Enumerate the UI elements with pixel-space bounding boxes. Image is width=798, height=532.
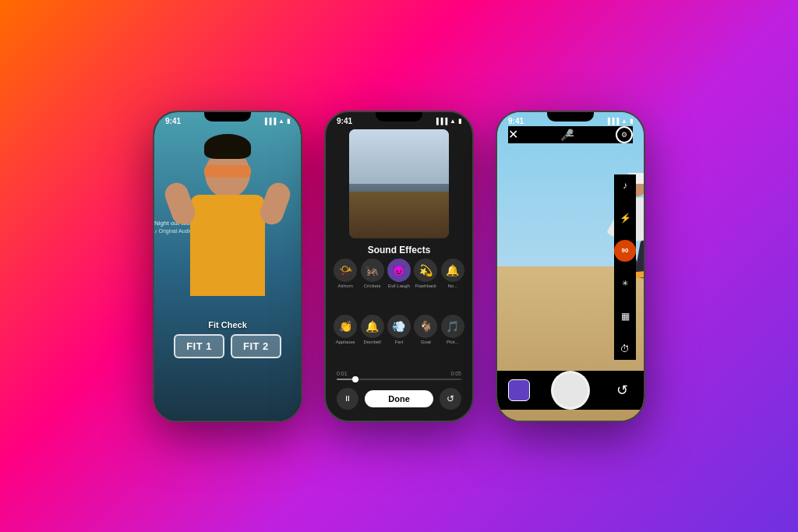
sound-effects-title: Sound Effects — [326, 245, 472, 255]
phones-container: 9:41 ▐▐▐ ▲ ▮ Reels ◎ ♡ 12k 💬 438 ↗ — [137, 79, 661, 453]
video-preview — [349, 129, 449, 238]
status-icons-phone2: ▐▐▐ ▲ ▮ — [434, 118, 461, 125]
video-sky — [349, 129, 449, 184]
time-phone3: 9:41 — [508, 117, 524, 125]
airhorn-label: Airhorn — [338, 284, 353, 288]
shutter-button[interactable] — [551, 371, 590, 410]
camera-top-controls: ✕ 🎤̶ ⚙ — [508, 126, 633, 143]
music-tool[interactable]: ♪ — [614, 174, 636, 196]
fit-check-overlay: Fit Check FIT 1 FIT 2 — [154, 320, 301, 358]
effect-doorbell[interactable]: 🔔 Doorbell — [360, 315, 383, 344]
flashback-label: Flashback — [415, 284, 436, 288]
applause-icon: 👏 — [334, 315, 357, 338]
time-phone2: 9:41 — [337, 117, 352, 125]
move-tool[interactable]: ✳ — [614, 273, 636, 294]
effect-applause[interactable]: 👏 Applause — [334, 315, 357, 344]
plot-icon: 🎵 — [441, 315, 464, 338]
signal-icon3: ▐▐▐ — [606, 118, 619, 125]
close-button[interactable]: ✕ — [508, 127, 518, 142]
effect-no[interactable]: 🔔 No... — [441, 259, 464, 288]
no-label: No... — [447, 284, 457, 288]
crickets-icon: 🦗 — [361, 259, 384, 282]
fit1-button[interactable]: FIT 1 — [174, 334, 224, 358]
notch-phone3 — [547, 112, 594, 122]
evil-laugh-label: Evil Laugh — [388, 284, 410, 288]
battery-icon3: ▮ — [630, 118, 633, 125]
sound-effects-grid-2: 👏 Applause 🔔 Doorbell 💨 Fart 🐐 Goat 🎵 Pl… — [334, 315, 464, 344]
fit-check-title: Fit Check — [208, 320, 247, 329]
flip-icon: ↺ — [616, 382, 628, 399]
plot-label: Plot... — [447, 340, 458, 344]
effect-fart[interactable]: 💨 Fart — [387, 315, 411, 344]
flash-tool[interactable]: ⚡ — [614, 207, 636, 229]
pause-button[interactable]: ⏸ — [337, 388, 358, 410]
audio-progress: 0:01 0:05 — [337, 371, 461, 380]
time-end: 0:05 — [450, 371, 461, 376]
effect-airhorn[interactable]: 📯 Airhorn — [334, 259, 357, 288]
sound-effects-grid-1: 📯 Airhorn 🦗 Crickets 😈 Evil Laugh 💫 Flas… — [334, 259, 464, 288]
time-start: 0:01 — [337, 371, 348, 376]
notch-phone2 — [376, 112, 422, 122]
speed-tool[interactable]: 90 — [614, 240, 636, 262]
grid-tool[interactable]: ▦ — [614, 305, 636, 327]
goat-label: Goat — [421, 340, 431, 344]
effect-goat[interactable]: 🐐 Goat — [414, 315, 437, 344]
settings-button[interactable]: ⚙ — [616, 126, 633, 143]
wifi-icon2: ▲ — [450, 118, 456, 125]
evil-laugh-icon: 😈 — [387, 259, 411, 282]
bottom-controls: ⏸ Done ↺ — [337, 388, 461, 410]
progress-bar[interactable] — [337, 379, 461, 380]
phone-sound-effects: 9:41 ▐▐▐ ▲ ▮ Sound Effects 📯 Airhorn 🦗 C… — [324, 111, 474, 422]
progress-times: 0:01 0:05 — [337, 371, 461, 376]
effect-flashback[interactable]: 💫 Flashback — [414, 259, 437, 288]
fit-buttons: FIT 1 FIT 2 — [174, 334, 281, 358]
flip-camera-button[interactable]: ↺ — [611, 379, 633, 401]
effect-plot[interactable]: 🎵 Plot... — [441, 315, 464, 344]
progress-dot — [352, 376, 358, 382]
wifi-icon: ▲ — [278, 118, 284, 125]
signal-icon: ▐▐▐ — [263, 118, 276, 125]
goat-icon: 🐐 — [414, 315, 437, 338]
applause-label: Applause — [336, 340, 355, 344]
timer-tool[interactable]: ⏱ — [614, 338, 636, 360]
video-road — [349, 192, 449, 238]
status-icons-phone3: ▐▐▐ ▲ ▮ — [606, 118, 633, 125]
phone-camera: 9:41 ▐▐▐ ▲ ▮ ✕ 🎤̶ ⚙ ♪ ⚡ 90 ✳ ▦ ⏱ — [496, 111, 645, 422]
flashback-icon: 💫 — [414, 259, 437, 282]
airhorn-icon: 📯 — [334, 259, 357, 282]
notch-phone1 — [204, 112, 251, 122]
status-icons-phone1: ▐▐▐ ▲ ▮ — [263, 118, 290, 125]
battery-icon2: ▮ — [458, 118, 461, 125]
effect-evil-laugh[interactable]: 😈 Evil Laugh — [387, 259, 411, 288]
done-button[interactable]: Done — [365, 390, 433, 407]
mute-icon[interactable]: 🎤̶ — [560, 129, 574, 141]
camera-bottom-controls: ↺ — [497, 371, 644, 410]
phone-reels: 9:41 ▐▐▐ ▲ ▮ Reels ◎ ♡ 12k 💬 438 ↗ — [153, 111, 302, 422]
wifi-icon3: ▲ — [621, 118, 627, 125]
signal-icon2: ▐▐▐ — [434, 118, 447, 125]
reset-button[interactable]: ↺ — [440, 388, 461, 410]
effect-crickets[interactable]: 🦗 Crickets — [360, 259, 383, 288]
doorbell-label: Doorbell — [363, 340, 380, 344]
camera-right-tools: ♪ ⚡ 90 ✳ ▦ ⏱ — [614, 174, 636, 360]
doorbell-icon: 🔔 — [361, 315, 384, 338]
fart-label: Fart — [395, 340, 404, 344]
crickets-label: Crickets — [364, 284, 381, 288]
battery-icon: ▮ — [287, 118, 290, 125]
fit2-button[interactable]: FIT 2 — [231, 334, 281, 358]
time-phone1: 9:41 — [165, 117, 181, 125]
fart-icon: 💨 — [387, 315, 411, 338]
gallery-thumbnail[interactable] — [508, 379, 530, 401]
no-icon: 🔔 — [441, 259, 464, 282]
